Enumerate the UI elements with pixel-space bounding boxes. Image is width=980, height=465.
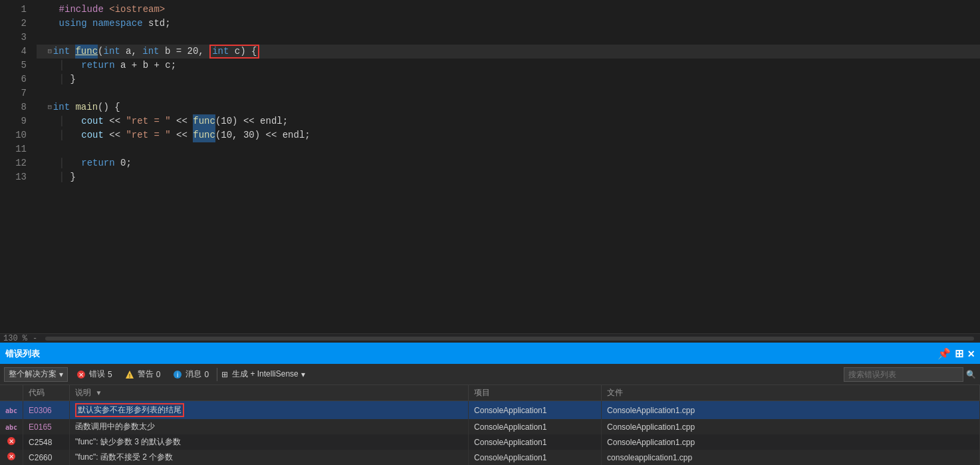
row-project: ConsoleApplication1 xyxy=(469,434,602,450)
ln-6: 6 xyxy=(3,73,27,86)
ln-9: 9 xyxy=(3,114,27,128)
th-desc[interactable]: 说明 ▼ xyxy=(70,385,469,401)
row-icon-cell: ✕ xyxy=(0,434,23,450)
table-row[interactable]: ✕C2548"func": 缺少参数 3 的默认参数ConsoleApplica… xyxy=(0,434,980,450)
ln-11: 11 xyxy=(3,142,27,156)
close-button[interactable]: × xyxy=(967,347,975,361)
ln-5: 5 xyxy=(3,59,27,73)
row-file: ConsoleApplication1.cpp xyxy=(602,419,980,434)
pin-button[interactable]: 📌 xyxy=(937,347,951,361)
warn-badge[interactable]: ! 警告 0 xyxy=(120,367,165,382)
ln-1: 1 xyxy=(3,3,27,17)
sort-arrow: ▼ xyxy=(95,389,102,396)
filter-icon[interactable]: ⊞ xyxy=(221,370,228,379)
code-line-6: │ } xyxy=(37,73,980,86)
row-project: ConsoleApplication1 xyxy=(469,401,602,420)
row-desc: "func": 缺少参数 3 的默认参数 xyxy=(70,434,469,450)
zoom-level: 130 % xyxy=(3,334,27,343)
code-line-4: ⊟int func(int a, int b = 20, int c) { xyxy=(37,45,980,59)
ln-10: 10 xyxy=(3,128,27,142)
info-badge[interactable]: i 消息 0 xyxy=(168,367,213,382)
row-icon-cell: abc xyxy=(0,419,23,434)
ln-8: 8 xyxy=(3,100,27,114)
info-icon: i xyxy=(172,369,183,380)
ln-4: 4 xyxy=(3,45,27,59)
row-desc: "func": 函数不接受 2 个参数 xyxy=(70,450,469,465)
ln-3: 3 xyxy=(3,31,27,45)
horizontal-scrollbar[interactable] xyxy=(45,337,974,341)
warn-count: 0 xyxy=(156,370,161,379)
row-code: C2660 xyxy=(23,450,70,465)
row-code: E0306 xyxy=(23,401,70,420)
ln-13: 13 xyxy=(3,170,27,184)
row-code: E0165 xyxy=(23,419,70,434)
error-label: 错误 xyxy=(89,369,105,380)
th-file[interactable]: 文件 xyxy=(602,385,980,401)
table-header-row: 代码 说明 ▼ 项目 文件 xyxy=(0,385,980,401)
scope-dropdown[interactable]: 整个解决方案 ▾ xyxy=(4,367,68,382)
th-icon xyxy=(0,385,23,401)
svg-text:!: ! xyxy=(128,373,130,379)
table-row[interactable]: abcE0306默认实参不在形参列表的结尾ConsoleApplication1… xyxy=(0,401,980,420)
build-selector[interactable]: 生成 + IntelliSense ▾ xyxy=(232,369,305,380)
panel-title: 错误列表 xyxy=(5,348,40,360)
row-desc: 函数调用中的参数太少 xyxy=(70,419,469,434)
code-container[interactable]: 1 2 3 4 5 6 7 8 9 10 11 12 13 #include <… xyxy=(0,0,980,333)
row-file: ConsoleApplication1.cpp xyxy=(602,434,980,450)
editor-area: 1 2 3 4 5 6 7 8 9 10 11 12 13 #include <… xyxy=(0,0,980,343)
ln-7: 7 xyxy=(3,86,27,100)
red-box-highlight: int c) { xyxy=(209,45,259,59)
code-line-9: │ cout << "ret = " << func(10) << endl; xyxy=(37,114,980,128)
error-panel-header: 错误列表 📌 ⊞ × xyxy=(0,344,980,364)
code-line-3 xyxy=(37,31,980,45)
svg-text:✕: ✕ xyxy=(78,371,84,379)
code-line-13: │ } xyxy=(37,170,980,184)
table-row[interactable]: abcE0165函数调用中的参数太少ConsoleApplication1Con… xyxy=(0,419,980,434)
code-line-12: │ return 0; xyxy=(37,156,980,170)
th-project[interactable]: 项目 xyxy=(469,385,602,401)
search-area: 🔍 xyxy=(844,367,976,382)
build-chevron: ▾ xyxy=(301,370,305,379)
code-line-7 xyxy=(37,86,980,100)
code-lines[interactable]: #include <iostream> using namespace std;… xyxy=(33,3,980,333)
undock-button[interactable]: ⊞ xyxy=(955,347,963,361)
info-label: 消息 xyxy=(185,369,201,380)
code-line-10: │ cout << "ret = " << func(10, 30) << en… xyxy=(37,128,980,142)
error-badge[interactable]: ✕ 错误 5 xyxy=(72,367,116,382)
warn-label: 警告 xyxy=(138,369,154,380)
scope-chevron: ▾ xyxy=(59,370,63,379)
row-icon-cell: ✕ xyxy=(0,450,23,465)
row-project: ConsoleApplication1 xyxy=(469,450,602,465)
toolbar-divider xyxy=(217,368,217,381)
row-project: ConsoleApplication1 xyxy=(469,419,602,434)
svg-text:✕: ✕ xyxy=(9,438,14,445)
table-row[interactable]: ✕C2660"func": 函数不接受 2 个参数ConsoleApplicat… xyxy=(0,450,980,465)
svg-text:✕: ✕ xyxy=(9,453,14,460)
row-file: ConsoleApplication1.cpp xyxy=(602,401,980,420)
code-line-8: ⊟int main() { xyxy=(37,100,980,114)
line-numbers: 1 2 3 4 5 6 7 8 9 10 11 12 13 xyxy=(0,3,33,333)
svg-text:i: i xyxy=(177,371,178,379)
search-icon[interactable]: 🔍 xyxy=(966,370,976,379)
scrollbar-area[interactable]: 130 % - xyxy=(0,333,980,343)
row-icon-cell: abc xyxy=(0,401,23,420)
error-count: 5 xyxy=(108,370,112,379)
panel-controls: 📌 ⊞ × xyxy=(937,347,975,361)
row-code: C2548 xyxy=(23,434,70,450)
error-x-icon: ✕ xyxy=(76,369,86,380)
build-label: 生成 + IntelliSense xyxy=(232,369,299,380)
code-line-11 xyxy=(37,142,980,156)
th-code[interactable]: 代码 xyxy=(23,385,70,401)
search-input[interactable] xyxy=(844,367,963,382)
error-panel: 错误列表 📌 ⊞ × 整个解决方案 ▾ ✕ 错误 5 ! 警告 0 xyxy=(0,343,980,465)
code-line-2: using namespace std; xyxy=(37,17,980,31)
ln-2: 2 xyxy=(3,17,27,31)
code-line-1: #include <iostream> xyxy=(37,3,980,17)
row-file: consoleapplication1.cpp xyxy=(602,450,980,465)
error-toolbar: 整个解决方案 ▾ ✕ 错误 5 ! 警告 0 i 消息 0 ⊞ xyxy=(0,364,980,385)
scope-label: 整个解决方案 xyxy=(9,369,57,380)
row-desc: 默认实参不在形参列表的结尾 xyxy=(70,401,469,420)
desc-highlight: 默认实参不在形参列表的结尾 xyxy=(75,403,184,417)
code-line-5: │ return a + b + c; xyxy=(37,59,980,73)
zoom-minus[interactable]: - xyxy=(33,334,37,343)
